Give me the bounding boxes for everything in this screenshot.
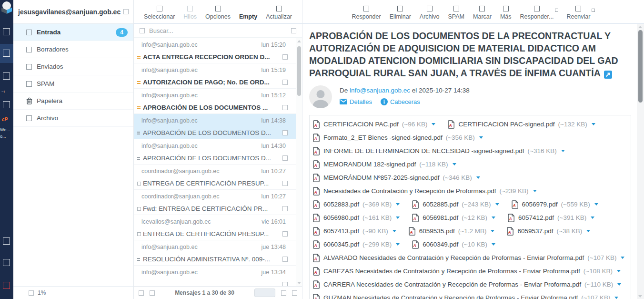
search-scope-icon[interactable] [140, 28, 145, 33]
mail-list-item[interactable]: info@sanjuan.gob.eclun 15:12APROBACIÓN D… [134, 89, 302, 114]
attachment-menu-icon[interactable] [586, 230, 590, 232]
attachment-item[interactable]: A6060349.pdf(~10 KB) [412, 238, 495, 251]
attachment-menu-icon[interactable] [614, 297, 618, 299]
attachment-menu-icon[interactable] [621, 257, 624, 259]
mail-list-item[interactable]: info@sanjuan.gob.eclun 14:38APROBACIÓN D… [134, 114, 302, 139]
attachment-item[interactable]: ACABEZAS Necesidades de Contratación y R… [313, 265, 621, 278]
logout-icon[interactable] [3, 282, 10, 289]
mail-list-item[interactable]: lcevallos@sanjuan.gob.ecvie 16:01ENTREGA… [134, 215, 302, 240]
attachment-item[interactable]: AALVARADO Necesidades de Contratación y … [313, 251, 624, 265]
attachment-menu-icon[interactable] [432, 123, 435, 125]
attachment-item[interactable]: A6060345.pdf(~299 KB) [313, 238, 400, 251]
sidebar-item-archivo[interactable]: Archivo [13, 110, 133, 127]
attachment-item[interactable]: A6059535.pdf(~1.2 MB) [409, 225, 495, 238]
app-icon-1[interactable] [3, 28, 10, 35]
app-icon-2-selected[interactable] [3, 50, 10, 57]
attachment-item[interactable]: ACARRERA Necesidades de Contratación y R… [313, 278, 621, 291]
attachment-menu-icon[interactable] [591, 217, 594, 219]
attachment-item[interactable]: AGUZMAN Necesidades de Contratación y Re… [313, 291, 618, 299]
from-email-link[interactable]: info@sanjuan.gob.ec [350, 87, 410, 94]
attachment-item[interactable]: ACERTIFICACION PAC.pdf(~96 KB) [313, 118, 435, 131]
footer-icon-3[interactable] [281, 290, 286, 296]
mail-checkbox[interactable] [282, 206, 288, 211]
toolbar-button-empty[interactable]: Empty [239, 13, 257, 20]
list-scrollbar-thumb[interactable] [297, 46, 301, 96]
mail-list-item[interactable]: info@sanjuan.gob.eclun 15:20ACTA ENTREGA… [134, 38, 302, 63]
mail-checkbox[interactable] [282, 181, 288, 186]
mail-checkbox[interactable] [282, 130, 288, 135]
attachment-menu-icon[interactable] [476, 176, 480, 179]
attachment-menu-icon[interactable] [592, 123, 595, 125]
dropdown-caret-icon[interactable] [555, 9, 558, 12]
cpanel-logo-icon[interactable]: cP [2, 117, 8, 122]
attachment-item[interactable]: ANecesidades de Contratación y Recepción… [313, 185, 537, 198]
scroll-up-icon[interactable] [297, 40, 301, 42]
mail-checkbox[interactable] [282, 54, 288, 60]
attachment-item[interactable]: A6052883.pdf(~369 KB) [313, 198, 400, 211]
toolbar-button-seleccionar[interactable]: Seleccionar [144, 6, 175, 20]
page-input[interactable] [254, 289, 275, 297]
attachment-menu-icon[interactable] [491, 230, 494, 232]
attachment-menu-icon[interactable] [396, 203, 400, 206]
attachment-item[interactable]: AMEMORÁNDUM Nº857-2025-signed.pdf(~346 K… [313, 171, 480, 185]
sidebar-item-spam[interactable]: SPAM [13, 75, 133, 93]
toolbar-button-ma-s[interactable]: Más [500, 6, 512, 20]
footer-icon-2[interactable] [150, 290, 155, 296]
toolbar-button-opciones[interactable]: Opciones [205, 6, 231, 20]
attachment-item[interactable]: A6059537.pdf(~38 KB) [507, 225, 590, 238]
mail-list-item[interactable]: coordinador@sanjuan.gob.eclun 10:27Fwd: … [134, 190, 302, 215]
attachment-menu-icon[interactable] [392, 230, 396, 232]
toolbar-button-eliminar[interactable]: Eliminar [390, 6, 411, 20]
footer-icon-4[interactable] [292, 290, 297, 296]
toolbar-button-responder[interactable]: Responder... [520, 6, 554, 20]
mail-checkbox[interactable] [282, 231, 288, 237]
app-icon-3[interactable] [3, 72, 10, 80]
list-scrollbar[interactable] [296, 38, 302, 286]
attachment-item[interactable]: A6052885.pdf(~243 KB) [412, 198, 499, 211]
attachment-menu-icon[interactable] [479, 136, 483, 139]
toolbar-button-responder[interactable]: Responder [352, 6, 381, 20]
attachment-item[interactable]: A6056981.pdf(~12 KB) [412, 211, 495, 225]
sidebar-item-borradores[interactable]: Borradores [13, 41, 133, 58]
scroll-up-icon[interactable] [638, 26, 642, 28]
app-icon-6[interactable] [3, 259, 10, 266]
footer-icon-1[interactable] [139, 290, 144, 296]
scroll-down-icon[interactable] [638, 295, 642, 298]
attachment-item[interactable]: ACERTIFICACION PAC-signed.pdf(~132 KB) [448, 118, 595, 131]
toolbar-button-marcar[interactable]: Marcar [473, 6, 492, 20]
attachment-item[interactable]: AINFORME DE DETERMINACION DE NECESIDAD -… [313, 144, 565, 158]
mail-list-item[interactable]: info@sanjuan.gob.ecjue 13:48RESOLUCIÓN A… [134, 240, 302, 266]
sidebar-item-papelera[interactable]: Papelera [13, 93, 133, 110]
attachment-menu-icon[interactable] [533, 190, 537, 192]
toolbar-button-actualizar[interactable]: Actualizar [266, 6, 292, 20]
attachment-menu-icon[interactable] [617, 270, 621, 272]
attachment-item[interactable]: AFormato_2_ET Bienes -signed-signed.pdf(… [313, 131, 483, 144]
mail-checkbox[interactable] [282, 155, 288, 161]
toolbar-button-archivo[interactable]: Archivo [420, 6, 440, 20]
search-options-icon[interactable] [291, 28, 296, 33]
message-scrollbar-thumb[interactable] [638, 30, 643, 103]
attachment-menu-icon[interactable] [495, 203, 499, 206]
mail-list-item[interactable]: info@sanjuan.gob.eclun 15:19AUTORIZACION… [134, 63, 302, 89]
toolbar-button-spam[interactable]: SPAM [448, 6, 465, 20]
attachment-item[interactable]: A6056980.pdf(~161 KB) [313, 211, 400, 225]
attachment-menu-icon[interactable] [594, 203, 598, 206]
app-icon-4[interactable] [3, 101, 10, 108]
mail-list-item[interactable]: info@sanjuan.gob.ecjue 13:34 [134, 266, 302, 286]
attachment-menu-icon[interactable] [492, 217, 495, 219]
mail-checkbox[interactable] [282, 80, 288, 85]
mail-checkbox[interactable] [282, 105, 288, 110]
mail-checkbox[interactable] [282, 282, 288, 286]
attachment-menu-icon[interactable] [396, 243, 400, 246]
attachment-menu-icon[interactable] [396, 217, 400, 219]
dropdown-caret-icon[interactable] [592, 9, 595, 12]
attachment-menu-icon[interactable] [617, 283, 621, 286]
sidebar-item-entrada[interactable]: Entrada4 [13, 24, 133, 41]
attachment-item[interactable]: AMEMORANDUM 182-signed.pdf(~118 KB) [313, 158, 456, 171]
search-input[interactable] [149, 27, 287, 34]
details-toggle[interactable]: Detalles [340, 98, 372, 105]
attachment-menu-icon[interactable] [561, 150, 565, 152]
scroll-down-icon[interactable] [297, 282, 301, 284]
open-external-icon[interactable] [604, 71, 612, 79]
mail-checkbox[interactable] [282, 257, 288, 262]
